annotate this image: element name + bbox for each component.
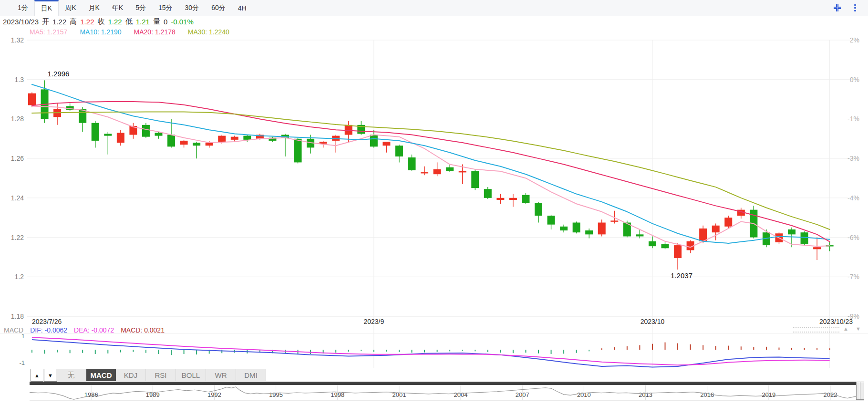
candle-body: [155, 133, 163, 135]
y-axis-label: 1.28: [11, 115, 24, 123]
candle-body: [801, 232, 808, 244]
candle-body: [142, 125, 150, 137]
y2-axis-label: 2%: [850, 36, 859, 44]
candle-body: [446, 167, 454, 171]
navigator-year-label: 2022: [824, 391, 837, 398]
navigator-year-label: 2016: [700, 391, 714, 398]
main-chart-canvas[interactable]: 1.322%1.30%1.28-1%1.26-3%1.24-4%1.22-6%1…: [0, 0, 868, 416]
indicator-up-button[interactable]: ▲: [31, 369, 43, 382]
x-axis-date-label: 2023/9: [363, 318, 384, 325]
candle-body: [167, 135, 175, 147]
candle-body: [471, 171, 479, 188]
candle-body: [813, 247, 821, 249]
y2-axis-label: -1%: [847, 115, 859, 123]
y-axis-label: 1.18: [11, 312, 24, 320]
candle-body: [294, 139, 302, 163]
macd-header-item: MACD: 0.0021: [121, 326, 165, 334]
candle-body: [610, 220, 618, 221]
candle-body: [573, 223, 580, 233]
indicator-tab-KDJ[interactable]: KDJ: [116, 369, 146, 381]
price-annotation: 1.2037: [671, 271, 692, 280]
candle-body: [421, 172, 428, 173]
macd-dif-line: [32, 340, 830, 367]
indicator-tab-无[interactable]: 无: [56, 369, 86, 381]
price-annotation: 1.2996: [48, 70, 70, 78]
candle-body: [395, 146, 403, 156]
navigator-resize-handle[interactable]: [856, 382, 864, 400]
y2-axis-label: -4%: [847, 194, 859, 202]
macd-header-item: MACD: [4, 326, 23, 334]
ma-line-ma5: [32, 106, 830, 248]
candle-body: [484, 189, 492, 198]
candle-body: [788, 229, 796, 234]
candle-body: [598, 223, 606, 235]
navigator-year-label: 2010: [577, 391, 591, 398]
candle-body: [104, 134, 112, 135]
candle-body: [674, 245, 682, 258]
navigator-scrollbar[interactable]: [30, 382, 856, 385]
indicator-bar: ▲ ▼ 无MACDKDJRSIBOLLWRDMI: [0, 368, 868, 382]
candle-body: [509, 198, 517, 200]
candle-body: [496, 198, 504, 200]
candle-body: [548, 216, 555, 225]
navigator-year-label: 2004: [454, 391, 468, 398]
indicator-tab-DMI[interactable]: DMI: [236, 369, 266, 381]
candle-body: [180, 141, 188, 145]
candle-body: [345, 125, 352, 135]
scroll-up-icon[interactable]: ▲: [843, 326, 848, 332]
candle-body: [585, 230, 593, 234]
x-axis-date-label: 2023/10: [641, 318, 665, 325]
x-axis-date-label: 2023/7/26: [32, 318, 62, 325]
y2-axis-label: -3%: [847, 155, 859, 162]
y2-axis-label: -6%: [847, 234, 859, 241]
navigator-year-label: 2007: [516, 391, 529, 398]
y-axis-label: 1.22: [11, 234, 24, 241]
y-axis-label: 1.24: [11, 194, 24, 202]
candle-body: [535, 203, 542, 216]
indicator-tab-RSI[interactable]: RSI: [146, 369, 176, 381]
indicator-tab-BOLL[interactable]: BOLL: [176, 369, 206, 381]
navigator-year-label: 2013: [639, 391, 652, 398]
candle-body: [699, 229, 707, 241]
navigator-year-label: 1986: [84, 391, 98, 398]
y2-axis-label: 0%: [850, 76, 859, 83]
candle-body: [649, 241, 656, 246]
ma-line-ma30: [32, 112, 830, 229]
indicator-tab-WR[interactable]: WR: [206, 369, 236, 381]
macd-scroll-strip[interactable]: [793, 327, 839, 333]
candle-body: [408, 157, 416, 170]
candle-body: [434, 169, 441, 174]
candle-body: [218, 136, 226, 142]
candle-body: [712, 226, 720, 232]
y-axis-label: 1.3: [15, 76, 24, 83]
candle-body: [724, 218, 732, 227]
indicator-tab-list: 无MACDKDJRSIBOLLWRDMI: [56, 369, 266, 381]
indicator-tab-MACD[interactable]: MACD: [86, 369, 116, 381]
price-gridlines: 1.322%1.30%1.28-1%1.26-3%1.24-4%1.22-6%1…: [11, 36, 859, 368]
ma-line-ma10: [32, 84, 830, 243]
macd-header: MACDDIF: -0.0062DEA: -0.0072MACD: 0.0021: [4, 326, 171, 334]
indicator-down-button[interactable]: ▼: [44, 369, 57, 382]
y-axis-label: 1.2: [15, 273, 24, 281]
candle-body: [193, 143, 200, 146]
candle-body: [243, 136, 251, 140]
ma-line-ma20: [32, 102, 830, 242]
navigator-year-label: 1992: [207, 391, 221, 398]
y-axis-label: 1.32: [11, 36, 24, 44]
candle-body: [370, 135, 378, 147]
macd-header-item: DEA: -0.0072: [74, 326, 114, 334]
candle-body: [522, 195, 529, 203]
x-axis-date-label: 2023/10/23: [819, 318, 853, 325]
macd-dea-line: [32, 337, 830, 365]
candle-body: [92, 123, 99, 141]
candle-body: [661, 244, 669, 248]
scroll-down-icon[interactable]: ▼: [856, 326, 861, 332]
candle-body: [231, 137, 238, 140]
candle-body: [382, 142, 390, 146]
candle-body: [28, 94, 36, 105]
candlestick-series: [28, 80, 834, 270]
navigator-year-label: 2019: [762, 391, 775, 398]
macd-axis-label: -1: [19, 359, 25, 366]
macd-header-item: DIF: -0.0062: [30, 326, 67, 334]
candle-body: [560, 227, 568, 230]
